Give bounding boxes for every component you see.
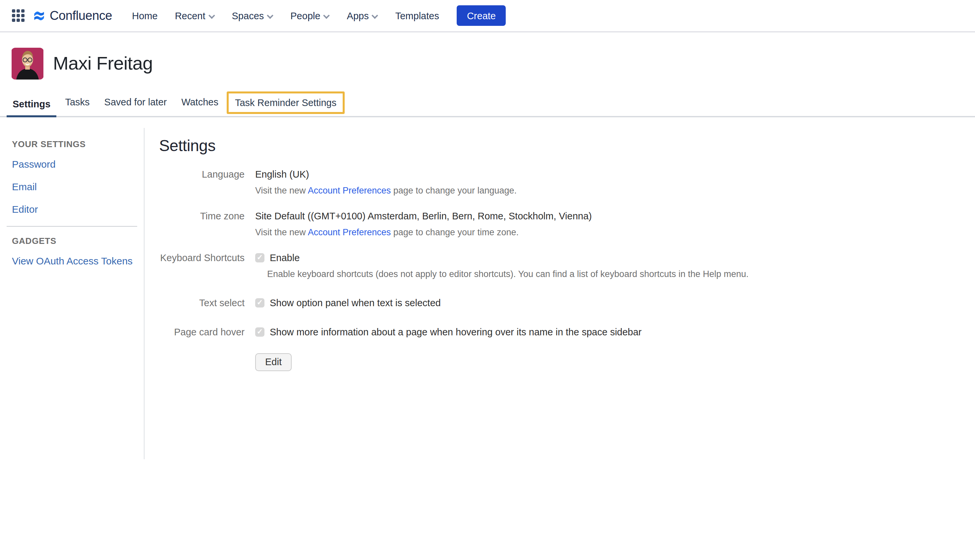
create-button[interactable]: Create (457, 5, 506, 26)
confluence-app: Confluence Home Recent Spaces People App… (0, 0, 975, 560)
nav-links: Home Recent Spaces People Apps Templates (123, 10, 448, 21)
time-zone-hint: Visit the new Account Preferences page t… (255, 227, 975, 238)
confluence-logo-mark (33, 10, 45, 22)
keyboard-shortcuts-checkbox-checked[interactable] (255, 253, 265, 262)
nav-item-apps[interactable]: Apps (338, 10, 387, 21)
sidebar-item-password[interactable]: Password (12, 158, 144, 170)
nav-item-people[interactable]: People (282, 10, 338, 21)
time-zone-row: Time zone Site Default ((GMT+0100) Amste… (159, 209, 975, 223)
profile-header: Maxi Freitag (0, 32, 975, 80)
text-select-label: Text select (159, 296, 245, 310)
keyboard-shortcuts-hint: Enable keyboard shortcuts (does not appl… (267, 268, 975, 280)
settings-panel: Settings Language English (UK) Visit the… (145, 128, 975, 459)
profile-tabbar: Settings Tasks Saved for later Watches T… (0, 90, 975, 117)
settings-sidebar: YOUR SETTINGS Password Email Editor GADG… (0, 128, 145, 459)
sidebar-item-email[interactable]: Email (12, 180, 144, 193)
tab-tasks[interactable]: Tasks (59, 90, 95, 116)
content-area: YOUR SETTINGS Password Email Editor GADG… (0, 128, 975, 459)
page-card-hover-label: Page card hover (159, 325, 245, 338)
tab-task-reminder-settings[interactable]: Task Reminder Settings (227, 92, 344, 114)
nav-item-spaces[interactable]: Spaces (223, 10, 282, 21)
language-value: English (UK) (255, 168, 309, 181)
time-zone-value: Site Default ((GMT+0100) Amsterdam, Berl… (255, 209, 592, 223)
account-preferences-link[interactable]: Account Preferences (308, 185, 391, 195)
tab-watches[interactable]: Watches (175, 90, 224, 116)
top-navigation-bar: Confluence Home Recent Spaces People App… (0, 0, 975, 32)
tab-settings[interactable]: Settings (7, 92, 56, 117)
nav-item-home[interactable]: Home (123, 10, 166, 21)
language-label: Language (159, 168, 245, 181)
user-avatar[interactable] (11, 48, 44, 80)
page-card-hover-checkbox-checked[interactable] (255, 327, 265, 336)
chevron-down-icon (373, 12, 378, 18)
page-card-hover-row: Page card hover Show more information ab… (159, 325, 975, 338)
time-zone-label: Time zone (159, 209, 245, 223)
sidebar-item-view-oauth-access-tokens[interactable]: View OAuth Access Tokens (12, 255, 144, 267)
sidebar-heading-your-settings: YOUR SETTINGS (12, 139, 144, 149)
chevron-down-icon (325, 12, 330, 18)
page-title-user-name: Maxi Freitag (53, 53, 153, 74)
nav-item-recent[interactable]: Recent (167, 10, 223, 21)
language-hint: Visit the new Account Preferences page t… (255, 185, 975, 197)
keyboard-shortcuts-label: Keyboard Shortcuts (159, 251, 245, 265)
text-select-checkbox-checked[interactable] (255, 298, 265, 307)
confluence-logo[interactable]: Confluence (33, 8, 112, 23)
sidebar-item-editor[interactable]: Editor (12, 203, 144, 215)
settings-form: Language English (UK) Visit the new Acco… (159, 168, 975, 371)
text-select-row: Text select Show option panel when text … (159, 296, 975, 310)
app-switcher-icon[interactable] (12, 9, 25, 22)
keyboard-shortcuts-option-text: Enable (270, 251, 300, 265)
settings-heading: Settings (159, 137, 975, 155)
edit-button[interactable]: Edit (255, 353, 292, 371)
text-select-option-text: Show option panel when text is selected (270, 296, 441, 310)
page-card-hover-option-text: Show more information about a page when … (270, 325, 642, 338)
keyboard-shortcuts-row: Keyboard Shortcuts Enable (159, 251, 975, 265)
account-preferences-link[interactable]: Account Preferences (308, 227, 391, 237)
logo-wordmark: Confluence (50, 8, 112, 23)
chevron-down-icon (210, 12, 215, 18)
tab-saved-for-later[interactable]: Saved for later (98, 90, 173, 116)
nav-item-templates[interactable]: Templates (387, 10, 448, 21)
chevron-down-icon (268, 12, 273, 18)
sidebar-heading-gadgets: GADGETS (12, 236, 144, 246)
language-row: Language English (UK) (159, 168, 975, 181)
sidebar-divider (7, 226, 137, 227)
